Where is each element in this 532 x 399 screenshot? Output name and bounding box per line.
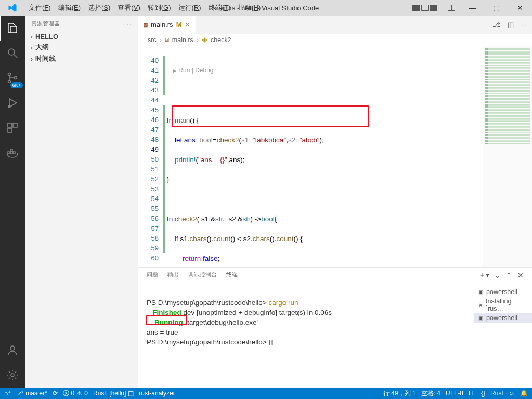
- docker-icon[interactable]: [0, 140, 25, 165]
- menu-item[interactable]: 转到(G): [144, 3, 175, 12]
- panel-tab[interactable]: 问题: [147, 271, 158, 282]
- panel-action-icon[interactable]: ⌄: [495, 271, 501, 282]
- menu-item[interactable]: 选择(S): [84, 3, 114, 12]
- rust-file-icon: ⧇: [144, 21, 148, 29]
- sidebar-title: 资源管理器···: [25, 16, 138, 32]
- rust-project[interactable]: Rust: [hello] ◫: [93, 390, 134, 397]
- eol[interactable]: LF: [469, 390, 476, 397]
- terminal[interactable]: PS D:\mysetup\gopath\rustcode\hello> car…: [138, 285, 474, 388]
- svg-rect-6: [13, 123, 17, 127]
- remote-indicator[interactable]: ⌂⁺: [4, 390, 11, 397]
- svg-rect-7: [8, 128, 12, 132]
- svg-point-0: [8, 49, 15, 55]
- bottom-panel: 问题输出调试控制台终端＋▾⌄⌃✕ PS D:\mysetup\gopath\ru…: [138, 267, 532, 388]
- source-control-icon[interactable]: 6K+: [0, 65, 25, 90]
- status-bar: ⌂⁺ ⎇ master* ⟳ ⓧ 0 ⚠ 0 Rust: [hello] ◫ r…: [0, 388, 532, 399]
- rust-analyzer-status[interactable]: rust-analyzer: [139, 390, 175, 397]
- explorer-sidebar: 资源管理器··· ›HELLO ›大纲 ›时间线: [25, 16, 138, 388]
- modified-indicator: M: [176, 21, 182, 29]
- panel-action-icon[interactable]: ⌃: [506, 271, 512, 282]
- feedback-icon[interactable]: ☺: [509, 390, 515, 397]
- panel-tab[interactable]: 输出: [167, 271, 179, 282]
- terminal-session[interactable]: ▣powershell: [474, 313, 532, 323]
- svg-point-13: [11, 374, 14, 377]
- menu-bar: 文件(F)编辑(E)选择(S)查看(V)转到(G)运行(R)终端(T)帮助(H)…: [0, 0, 532, 16]
- menu-item[interactable]: 终端(T): [205, 3, 235, 12]
- settings-gear-icon[interactable]: [0, 363, 25, 388]
- more-icon[interactable]: ···: [521, 21, 527, 29]
- menu-item[interactable]: 运行(R): [175, 3, 205, 12]
- menu-item[interactable]: 查看(V): [114, 3, 144, 12]
- menu-item[interactable]: 帮助(H): [234, 3, 264, 12]
- sidebar-section-outline[interactable]: ›大纲: [25, 42, 138, 53]
- cursor-position[interactable]: 行 49，列 1: [383, 389, 416, 398]
- run-debug-icon[interactable]: [0, 90, 25, 115]
- account-icon[interactable]: [0, 338, 25, 363]
- sync-icon[interactable]: ⟳: [53, 390, 58, 397]
- panel-tabs[interactable]: 问题输出调试控制台终端＋▾⌄⌃✕: [138, 268, 532, 285]
- svg-point-12: [10, 346, 15, 350]
- problems-count[interactable]: ⓧ 0 ⚠ 0: [63, 389, 88, 398]
- editor-tabs: ⧇ main.rs M ✕ ⎇ ◫ ···: [138, 16, 532, 34]
- panel-tab[interactable]: 调试控制台: [188, 271, 217, 282]
- svg-point-2: [8, 81, 11, 83]
- search-icon[interactable]: [0, 41, 25, 65]
- panel-action-icon[interactable]: ＋▾: [478, 271, 489, 282]
- svg-rect-9: [10, 152, 12, 154]
- activity-bar: 6K+: [0, 16, 25, 388]
- bracket-icon[interactable]: {}: [481, 390, 485, 397]
- menu-item[interactable]: 文件(F): [25, 3, 55, 12]
- indentation[interactable]: 空格: 4: [421, 389, 440, 398]
- code-editor[interactable]: 4041424344454647484950515253545556575859…: [138, 46, 532, 267]
- minimize-button[interactable]: —: [460, 0, 484, 16]
- sidebar-section-hello[interactable]: ›HELLO: [25, 32, 138, 42]
- maximize-button[interactable]: ▢: [484, 0, 508, 16]
- language-mode[interactable]: Rust: [490, 390, 503, 397]
- panel-action-icon[interactable]: ✕: [517, 271, 524, 282]
- close-tab-icon[interactable]: ✕: [185, 21, 190, 29]
- extensions-icon[interactable]: [0, 115, 25, 140]
- more-icon[interactable]: ···: [124, 21, 132, 27]
- explorer-icon[interactable]: [0, 16, 25, 41]
- layout-toggles[interactable]: [407, 5, 443, 11]
- svg-point-4: [8, 105, 10, 108]
- svg-point-1: [8, 73, 11, 76]
- code-lens[interactable]: ▶ Run | Debug: [167, 65, 483, 76]
- sidebar-section-timeline[interactable]: ›时间线: [25, 53, 138, 64]
- terminal-session[interactable]: ✕Installing `rus…: [474, 297, 532, 313]
- svg-rect-10: [13, 152, 15, 154]
- vscode-logo-icon: [0, 3, 25, 12]
- panel-tab[interactable]: 终端: [226, 271, 238, 282]
- highlight-box: [172, 105, 369, 127]
- svg-rect-8: [8, 152, 10, 154]
- svg-rect-11: [10, 149, 12, 151]
- close-button[interactable]: ✕: [508, 0, 532, 16]
- layout-grid-icon[interactable]: [448, 5, 455, 11]
- svg-rect-5: [8, 123, 12, 127]
- terminal-session[interactable]: ▣powershell: [474, 287, 532, 297]
- breadcrumbs[interactable]: src› ⧇main.rs› ⊕check2: [138, 34, 532, 46]
- compare-icon[interactable]: ⎇: [492, 21, 500, 29]
- notifications-icon[interactable]: 🔔: [520, 390, 528, 397]
- tab-main-rs[interactable]: ⧇ main.rs M ✕: [138, 16, 196, 34]
- svg-point-3: [15, 77, 17, 79]
- terminal-sessions: ▣powershell✕Installing `rus…▣powershell: [474, 285, 532, 388]
- menu-item[interactable]: 编辑(E): [55, 3, 84, 12]
- minimap[interactable]: [483, 46, 532, 267]
- split-editor-icon[interactable]: ◫: [508, 21, 514, 29]
- git-branch[interactable]: ⎇ master*: [16, 390, 47, 397]
- line-numbers: 4041424344454647484950515253545556575859…: [138, 46, 167, 267]
- highlight-box-terminal: [146, 315, 187, 325]
- encoding[interactable]: UTF-8: [446, 390, 463, 397]
